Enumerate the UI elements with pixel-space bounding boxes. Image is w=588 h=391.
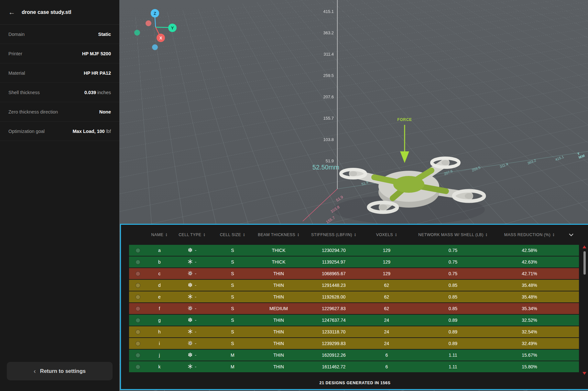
column-header-name[interactable]: NAME▲▼	[147, 233, 172, 237]
column-header-cell-size[interactable]: CELL SIZE▲▼	[212, 233, 253, 237]
sort-icon[interactable]: ▲▼	[395, 233, 397, 237]
back-arrow-icon[interactable]: ←	[8, 9, 15, 16]
row-network-mass: 0.89	[410, 329, 495, 334]
setting-value-main: HP MJF 5200	[82, 51, 111, 56]
sort-down-icon: ▼	[203, 235, 205, 237]
table-row-g[interactable]: g-STHIN1247637.74240.8932.52%	[129, 315, 579, 326]
row-beam-thickness: THIN	[253, 341, 305, 346]
row-voxels: 129	[363, 248, 410, 253]
file-title: drone case study.stl	[22, 9, 71, 15]
column-header-mass-reduction[interactable]: MASS REDUCTION (%)▲▼	[496, 233, 563, 237]
sidebar-header: ← drone case study.stl	[0, 0, 119, 25]
chevron-left-icon: ‹	[34, 367, 36, 375]
cell-type-modifier: -	[195, 306, 196, 311]
sort-icon[interactable]: ▲▼	[203, 233, 205, 237]
row-cell-size: S	[212, 341, 253, 346]
sort-icon[interactable]: ▲▼	[243, 233, 245, 237]
setting-row-domain[interactable]: DomainStatic	[0, 25, 119, 44]
column-header-label: MASS REDUCTION (%)	[504, 233, 550, 237]
row-select-radio[interactable]	[136, 260, 140, 265]
row-name: c	[147, 271, 172, 276]
sort-icon[interactable]: ▲▼	[485, 233, 488, 237]
row-beam-thickness: THICK	[253, 248, 305, 253]
setting-value-main: None	[99, 109, 111, 114]
row-radio-cell	[129, 306, 147, 311]
row-cell-type: -	[172, 329, 212, 335]
cell-type-modifier: -	[195, 329, 196, 334]
column-header-stiffness-lbf-in[interactable]: STIFFNESS (LBF/IN)▲▼	[304, 233, 363, 237]
cell-type-flower-icon	[188, 247, 193, 254]
scrollbar-thumb[interactable]	[583, 251, 586, 275]
row-mass-reduction: 35.48%	[496, 294, 563, 299]
row-stiffness: 1239299.83	[304, 341, 363, 346]
table-row-k[interactable]: k-MTHIN1611462.7261.1115.80%	[129, 361, 579, 372]
cell-type-asterisk-icon	[188, 329, 193, 335]
cell-type-asterisk-icon	[188, 294, 193, 300]
table-row-a[interactable]: a-STHICK1230294.701290.7542.58%	[129, 245, 579, 256]
row-select-radio[interactable]	[136, 364, 140, 369]
gizmo-z-neg-icon[interactable]	[152, 44, 158, 50]
row-beam-thickness: THIN	[253, 318, 305, 323]
cell-type-burst-icon	[188, 271, 193, 277]
table-row-c[interactable]: c-STHIN1068965.671290.7542.71%	[129, 268, 579, 279]
sort-icon[interactable]: ▲▼	[165, 233, 168, 237]
sort-down-icon: ▼	[354, 235, 356, 237]
row-radio-cell	[129, 364, 147, 369]
setting-row-material[interactable]: MaterialHP HR PA12	[0, 63, 119, 83]
row-name: h	[147, 329, 172, 334]
sort-down-icon: ▼	[552, 235, 555, 237]
column-header-label: NETWORK MASS W/ SHELL (LB)	[418, 233, 484, 237]
table-row-e[interactable]: e-STHIN1192628.00620.8535.48%	[129, 291, 579, 302]
sort-icon[interactable]: ▲▼	[354, 233, 356, 237]
cell-type-modifier: -	[195, 283, 196, 288]
row-mass-reduction: 35.34%	[496, 306, 563, 311]
row-select-radio[interactable]	[136, 330, 140, 334]
gizmo-x-neg-icon[interactable]	[146, 20, 151, 26]
row-select-radio[interactable]	[136, 248, 140, 253]
results-panel: NAME▲▼CELL TYPE▲▼CELL SIZE▲▼BEAM THICKNE…	[120, 224, 588, 390]
setting-label: Optimization goal	[8, 129, 45, 134]
row-select-radio[interactable]	[136, 353, 140, 358]
table-row-f[interactable]: f-SMEDIUM1229627.83620.8535.34%	[129, 303, 579, 314]
row-name: f	[147, 306, 172, 311]
column-header-beam-thickness[interactable]: BEAM THICKNESS▲▼	[253, 233, 305, 237]
setting-value-main: Max Load, 100	[73, 129, 105, 134]
row-select-radio[interactable]	[136, 283, 140, 288]
column-header-network-mass-w-shell-lb[interactable]: NETWORK MASS W/ SHELL (LB)▲▼	[410, 233, 495, 237]
scroll-up-arrow-icon[interactable]	[583, 245, 586, 248]
return-to-settings-button[interactable]: ‹ Return to settings	[7, 362, 113, 380]
row-select-radio[interactable]	[136, 318, 140, 323]
row-radio-cell	[129, 295, 147, 299]
row-voxels: 129	[363, 271, 410, 276]
row-name: g	[147, 318, 172, 323]
row-select-radio[interactable]	[136, 295, 140, 299]
table-row-i[interactable]: i-STHIN1239299.83240.8932.49%	[129, 338, 579, 349]
column-header-voxels[interactable]: VOXELS▲▼	[363, 233, 410, 237]
row-select-radio[interactable]	[136, 306, 140, 311]
orientation-gizmo[interactable]: Z Y X	[129, 6, 191, 58]
table-row-b[interactable]: b-STHICK1139254.971290.7542.63%	[129, 256, 579, 267]
row-select-radio[interactable]	[136, 341, 140, 346]
row-network-mass: 1.11	[410, 364, 495, 369]
row-stiffness: 1230294.70	[304, 248, 363, 253]
table-row-h[interactable]: h-STHIN1233118.70240.8932.54%	[129, 326, 579, 337]
setting-value: None	[99, 109, 111, 114]
setting-value-unit: lbf	[105, 129, 111, 134]
setting-label: Domain	[8, 32, 25, 37]
sort-icon[interactable]: ▲▼	[297, 233, 299, 237]
setting-row-optimization-goal[interactable]: Optimization goalMax Load, 100 lbf	[0, 122, 119, 141]
row-select-radio[interactable]	[136, 271, 140, 276]
table-row-d[interactable]: d-STHIN1291448.23620.8535.48%	[129, 280, 579, 291]
setting-row-zero-thickness-direction[interactable]: Zero thickness directionNone	[0, 102, 119, 122]
row-stiffness: 1291448.23	[304, 283, 363, 288]
table-row-j[interactable]: j-MTHIN1620912.2661.1115.67%	[129, 350, 579, 361]
setting-label: Zero thickness direction	[8, 109, 58, 114]
setting-row-shell-thickness[interactable]: Shell thickness0.039 inches	[0, 83, 119, 102]
collapse-table-chevron-icon[interactable]	[563, 233, 579, 236]
sort-icon[interactable]: ▲▼	[552, 233, 555, 237]
scroll-down-arrow-icon[interactable]	[583, 372, 586, 375]
gizmo-y-neg-icon[interactable]	[134, 30, 140, 36]
row-name: d	[147, 283, 172, 288]
column-header-cell-type[interactable]: CELL TYPE▲▼	[172, 233, 212, 237]
setting-row-printer[interactable]: PrinterHP MJF 5200	[0, 44, 119, 63]
